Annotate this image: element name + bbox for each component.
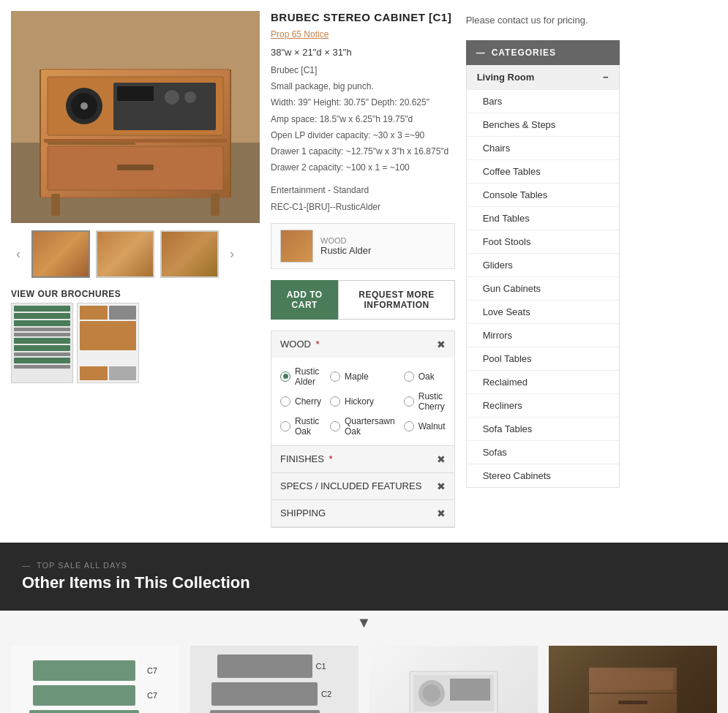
radio-maple[interactable] — [330, 371, 340, 382]
collection-img-3 — [369, 646, 538, 713]
radio-quartersawn-oak[interactable] — [330, 421, 340, 431]
diagram-row-c7b: C7 — [33, 685, 157, 706]
left-column: ‹ › VIEW OUR BROCHURES — [11, 11, 260, 383]
collection-img-4 — [549, 646, 717, 713]
prev-thumb-button[interactable]: ‹ — [11, 247, 26, 262]
cat-item-bars[interactable]: Bars — [467, 89, 619, 113]
wood-label-cherry: Cherry — [295, 396, 321, 407]
cat-item-love-seats[interactable]: Love Seats — [467, 300, 619, 323]
radio-oak[interactable] — [404, 371, 414, 382]
collection-item-2[interactable]: C1 C2 C3 C4 — [190, 646, 359, 713]
wood-option-cherry[interactable]: Cherry — [280, 391, 321, 412]
cat-item-benches[interactable]: Benches & Steps — [467, 113, 619, 136]
radio-hickory[interactable] — [330, 396, 340, 407]
cat-item-coffee-tables[interactable]: Coffee Tables — [467, 159, 619, 183]
diagram-box-c1 — [217, 654, 312, 678]
main-content: ‹ › VIEW OUR BROCHURES — [0, 0, 728, 528]
svg-rect-8 — [117, 165, 154, 170]
cat-item-reclaimed[interactable]: Reclaimed — [467, 370, 619, 393]
next-thumb-button[interactable]: › — [225, 247, 239, 262]
prop65-link[interactable]: Prop 65 Notice — [271, 29, 455, 39]
cat-item-sofa-tables[interactable]: Sofa Tables — [467, 417, 619, 440]
view-brochures-link[interactable]: VIEW OUR BROCHURES — [11, 289, 260, 299]
radio-walnut[interactable] — [404, 421, 414, 431]
diagram-box-c3 — [210, 710, 320, 713]
wood-swatch — [280, 230, 313, 263]
collection-title: Other Items in This Collection — [22, 573, 706, 592]
wood-option-oak[interactable]: Oak — [404, 366, 446, 387]
wood-info: Wood Rustic Alder — [320, 236, 371, 256]
diagram-label-c7a: C7 — [139, 666, 157, 675]
wood-toggle-icon: ✖ — [437, 339, 446, 350]
thumbnail-2[interactable] — [96, 230, 154, 278]
cat-item-chairs[interactable]: Chairs — [467, 136, 619, 159]
cat-item-stereo-cabinets[interactable]: Stereo Cabinets — [467, 464, 619, 487]
wood-label-rustic-oak: Rustic Oak — [295, 416, 321, 437]
category-list: Living Room − Bars Benches & Steps Chair… — [466, 65, 620, 488]
request-info-button[interactable]: REQUEST MORE INFORMATION — [338, 280, 454, 320]
diagram-box-c7a — [33, 660, 135, 681]
cat-item-gliders[interactable]: Gliders — [467, 253, 619, 276]
brochure-2[interactable] — [77, 303, 139, 383]
wood-label-hickory: Hickory — [345, 396, 374, 407]
add-to-cart-button[interactable]: ADD TO CART — [271, 280, 338, 320]
cat-item-gun-cabinets[interactable]: Gun Cabinets — [467, 276, 619, 300]
radio-cherry[interactable] — [280, 396, 290, 407]
specs-header[interactable]: SPECS / INCLUDED FEATURES ✖ — [271, 473, 454, 499]
shipping-header[interactable]: SHIPPING ✖ — [271, 500, 454, 527]
wood-option-rustic-cherry[interactable]: Rustic Cherry — [404, 391, 446, 412]
wood-label-walnut: Walnut — [419, 421, 446, 431]
shipping-toggle-icon: ✖ — [437, 508, 446, 519]
wood-header[interactable]: WOOD * ✖ — [271, 331, 454, 358]
main-product-image — [11, 11, 260, 223]
dash-icon: — — [476, 48, 486, 58]
cat-item-end-tables[interactable]: End Tables — [467, 206, 619, 230]
specs-label: SPECS / INCLUDED FEATURES — [280, 480, 421, 491]
collection-item-3[interactable] — [369, 646, 538, 713]
wood-option-rustic-oak[interactable]: Rustic Oak — [280, 416, 321, 437]
diagram-row-c3: C3 — [210, 710, 339, 713]
diagram-row-c2: C2 — [211, 682, 337, 706]
radio-rustic-alder[interactable] — [280, 371, 290, 382]
cat-item-foot-stools[interactable]: Foot Stools — [467, 230, 619, 253]
svg-point-16 — [184, 91, 196, 103]
cat-item-sofas[interactable]: Sofas — [467, 440, 619, 464]
cat-item-recliners[interactable]: Recliners — [467, 393, 619, 417]
thumbnail-3[interactable] — [160, 230, 219, 278]
brochure-1[interactable] — [11, 303, 73, 383]
wood-option-walnut[interactable]: Walnut — [404, 416, 446, 437]
center-column: BRUBEC STEREO CABINET [C1] Prop 65 Notic… — [260, 11, 466, 528]
diagram-label-c2: C2 — [321, 690, 337, 698]
collection-item-4[interactable] — [549, 646, 717, 713]
collection-item-1[interactable]: C7 C7 C8 C9 — [11, 646, 179, 713]
svg-rect-24 — [450, 679, 490, 701]
radio-rustic-cherry[interactable] — [404, 396, 414, 407]
thumbnail-1[interactable] — [31, 230, 90, 278]
svg-rect-14 — [117, 86, 154, 101]
finishes-header[interactable]: FINISHES * ✖ — [271, 446, 454, 472]
wood-label-rustic-alder: Rustic Alder — [295, 366, 321, 387]
wood-option-maple[interactable]: Maple — [330, 366, 395, 387]
categories-sidebar: — CATEGORIES Living Room − Bars Benches … — [466, 40, 620, 488]
wood-options-content: Rustic Alder Maple Oak Cherry — [271, 358, 454, 445]
dash-icon-bottom: — — [22, 561, 31, 570]
wood-option-rustic-alder[interactable]: Rustic Alder — [280, 366, 321, 387]
wood-section: WOOD * ✖ Rustic Alder Maple — [271, 331, 454, 446]
product-dimensions: 38"w × 21"d × 31"h — [271, 47, 455, 58]
wood-option-hickory[interactable]: Hickory — [330, 391, 395, 412]
cat-item-console-tables[interactable]: Console Tables — [467, 183, 619, 206]
radio-rustic-oak[interactable] — [280, 421, 290, 431]
right-panel: Please contact us for pricing. — CATEGOR… — [466, 11, 728, 488]
svg-rect-17 — [48, 143, 135, 145]
bottom-banner: — TOP SALE ALL DAYS Other Items in This … — [0, 543, 728, 611]
thumbnail-strip: ‹ › — [11, 230, 260, 278]
cat-item-mirrors[interactable]: Mirrors — [467, 323, 619, 347]
wood-label-quartersawn-oak: Quartersawn Oak — [345, 416, 395, 437]
category-group-living-room[interactable]: Living Room − — [467, 65, 619, 89]
wood-option-quartersawn-oak[interactable]: Quartersawn Oak — [330, 416, 395, 437]
price-contact: Please contact us for pricing. — [466, 11, 728, 29]
wood-grid: Rustic Alder Maple Oak Cherry — [280, 366, 446, 437]
wood-selector[interactable]: Wood Rustic Alder — [271, 223, 455, 269]
product-title: BRUBEC STEREO CABINET [C1] — [271, 11, 455, 23]
cat-item-pool-tables[interactable]: Pool Tables — [467, 347, 619, 370]
